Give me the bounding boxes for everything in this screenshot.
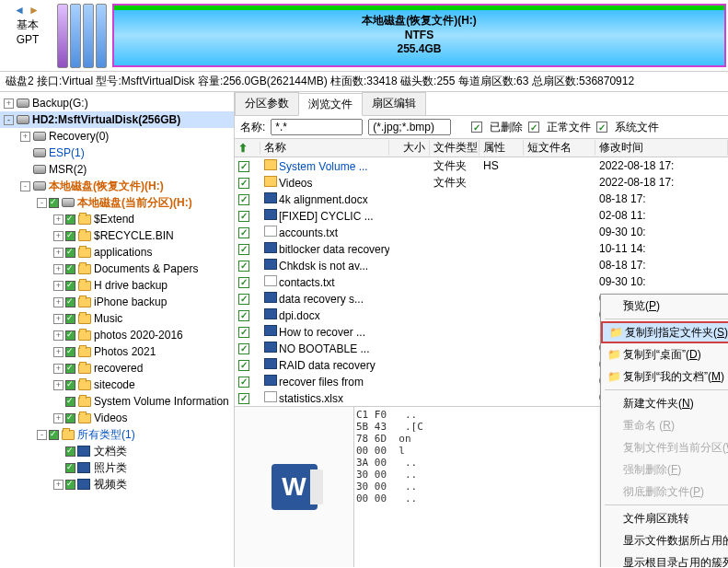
partition-bar-small[interactable] xyxy=(57,4,68,68)
expand-icon[interactable]: + xyxy=(53,330,64,341)
expand-icon[interactable] xyxy=(53,463,64,473)
tab-sector[interactable]: 扇区编辑 xyxy=(362,92,426,115)
file-row[interactable]: accounts.txt09-30 10: xyxy=(235,224,728,240)
tree-item[interactable]: +Music xyxy=(0,310,234,327)
menu-item[interactable]: 📁复制到“我的文档”(M) xyxy=(601,365,728,388)
file-checkbox[interactable] xyxy=(238,194,249,205)
tree-item[interactable]: +H drive backup xyxy=(0,277,234,294)
tree-checkbox[interactable] xyxy=(65,231,75,241)
tree-checkbox[interactable] xyxy=(65,397,75,407)
tree-item[interactable]: +recovered xyxy=(0,360,234,377)
expand-icon[interactable] xyxy=(53,446,64,457)
tree-item[interactable]: +Recovery(0) xyxy=(0,128,234,145)
expand-icon[interactable]: + xyxy=(53,364,64,374)
tree-checkbox[interactable] xyxy=(65,330,75,341)
expand-icon[interactable]: + xyxy=(53,380,64,390)
expand-icon[interactable]: + xyxy=(53,248,64,258)
file-row[interactable]: System Volume ...文件夹HS2022-08-18 17: xyxy=(235,157,728,174)
tree-item[interactable]: +Backup(G:) xyxy=(0,95,234,111)
tree-item[interactable]: +sitecode xyxy=(0,377,234,393)
tree-item[interactable]: System Volume Information xyxy=(0,393,234,410)
tree-checkbox[interactable] xyxy=(49,430,59,440)
tree-checkbox[interactable] xyxy=(65,480,75,490)
expand-icon[interactable]: - xyxy=(4,115,14,125)
expand-icon[interactable]: + xyxy=(20,132,30,142)
tree-item[interactable]: +视频类 xyxy=(0,476,234,493)
file-checkbox[interactable] xyxy=(238,227,249,238)
tree-item[interactable]: +$RECYCLE.BIN xyxy=(0,227,234,244)
tree-item[interactable]: +photos 2020-2016 xyxy=(0,327,234,343)
tree-item[interactable]: +iPhone backup xyxy=(0,294,234,310)
tree-checkbox[interactable] xyxy=(65,380,75,390)
file-row[interactable]: bitlocker data recovery10-11 14: xyxy=(235,240,728,257)
menu-item[interactable]: 预览(P) xyxy=(601,295,728,317)
expand-icon[interactable] xyxy=(20,148,30,158)
file-row[interactable]: Chkdsk is not av...08-18 17: xyxy=(235,257,728,273)
expand-icon[interactable]: + xyxy=(4,99,14,109)
file-checkbox[interactable] xyxy=(238,178,249,189)
expand-icon[interactable]: + xyxy=(53,214,64,225)
tree-item[interactable]: ESP(1) xyxy=(0,145,234,161)
expand-icon[interactable]: + xyxy=(53,413,64,423)
file-checkbox[interactable] xyxy=(238,244,249,255)
menu-item[interactable]: 文件扇区跳转▶ xyxy=(601,507,728,529)
file-row[interactable]: contacts.txt09-30 10: xyxy=(235,273,728,290)
col-name[interactable]: 名称 xyxy=(260,140,389,156)
partition-bar-small[interactable] xyxy=(83,4,94,68)
file-checkbox[interactable] xyxy=(238,161,249,172)
tree-item[interactable]: -本地磁盘(恢复文件)(H:) xyxy=(0,178,234,194)
system-checkbox[interactable] xyxy=(596,122,607,133)
col-short[interactable]: 短文件名 xyxy=(524,140,595,156)
menu-item[interactable]: 新建文件夹(N) xyxy=(601,392,728,414)
tree-item[interactable]: -所有类型(1) xyxy=(0,426,234,443)
menu-item[interactable]: 📁复制到“桌面”(D) xyxy=(601,343,728,365)
menu-item[interactable]: 显示根目录占用的簇列表 xyxy=(601,551,728,567)
tree-checkbox[interactable] xyxy=(65,446,75,457)
tab-browse[interactable]: 浏览文件 xyxy=(298,93,363,116)
expand-icon[interactable]: + xyxy=(53,480,64,490)
name-filter-input[interactable] xyxy=(271,119,363,135)
expand-icon[interactable]: + xyxy=(53,231,64,241)
file-checkbox[interactable] xyxy=(238,261,249,272)
expand-icon[interactable] xyxy=(20,165,30,175)
expand-icon[interactable]: + xyxy=(53,281,64,291)
file-row[interactable]: [FIXED] CYCLIC ...02-08 11: xyxy=(235,207,728,224)
menu-item[interactable]: 显示文件数据所占用的簇列表 xyxy=(601,529,728,551)
tree-item[interactable]: +Documents & Papers xyxy=(0,261,234,277)
col-size[interactable]: 大小 xyxy=(389,140,430,156)
expand-icon[interactable]: - xyxy=(37,198,47,208)
tree-item[interactable]: -HD2:MsftVirtualDisk(256GB) xyxy=(0,111,234,128)
partition-bar-main[interactable]: 本地磁盘(恢复文件)(H:) NTFS 255.4GB xyxy=(112,4,726,67)
tree-item[interactable]: 照片类 xyxy=(0,459,234,476)
tree-item[interactable]: MSR(2) xyxy=(0,161,234,178)
expand-icon[interactable]: + xyxy=(53,264,64,274)
file-checkbox[interactable] xyxy=(238,211,249,222)
col-attr[interactable]: 属性 xyxy=(480,140,524,156)
deleted-checkbox[interactable] xyxy=(471,122,482,133)
ext-filter-input[interactable] xyxy=(368,119,451,135)
file-checkbox[interactable] xyxy=(238,294,249,305)
tree-checkbox[interactable] xyxy=(65,347,75,357)
partition-bar-small[interactable] xyxy=(96,4,107,68)
forward-arrow-icon[interactable]: ► xyxy=(29,4,41,17)
col-type[interactable]: 文件类型 xyxy=(430,140,480,156)
tree-checkbox[interactable] xyxy=(65,248,75,258)
expand-icon[interactable] xyxy=(53,397,64,407)
tree-item[interactable]: -本地磁盘(当前分区)(H:) xyxy=(0,194,234,211)
file-checkbox[interactable] xyxy=(238,343,249,354)
tree-checkbox[interactable] xyxy=(65,214,75,225)
file-checkbox[interactable] xyxy=(238,393,249,404)
tab-params[interactable]: 分区参数 xyxy=(235,92,299,115)
tree-checkbox[interactable] xyxy=(65,281,75,291)
col-mod[interactable]: 修改时间 xyxy=(595,140,728,156)
tree-item[interactable]: +Videos xyxy=(0,410,234,426)
directory-tree[interactable]: +Backup(G:)-HD2:MsftVirtualDisk(256GB)+R… xyxy=(0,92,235,567)
tree-item[interactable]: +Photos 2021 xyxy=(0,343,234,360)
file-checkbox[interactable] xyxy=(238,277,249,288)
tree-checkbox[interactable] xyxy=(65,314,75,324)
tree-checkbox[interactable] xyxy=(65,297,75,307)
tree-item[interactable]: +$Extend xyxy=(0,211,234,227)
tree-checkbox[interactable] xyxy=(65,264,75,274)
tree-item[interactable]: 文档类 xyxy=(0,443,234,459)
file-checkbox[interactable] xyxy=(238,327,249,338)
